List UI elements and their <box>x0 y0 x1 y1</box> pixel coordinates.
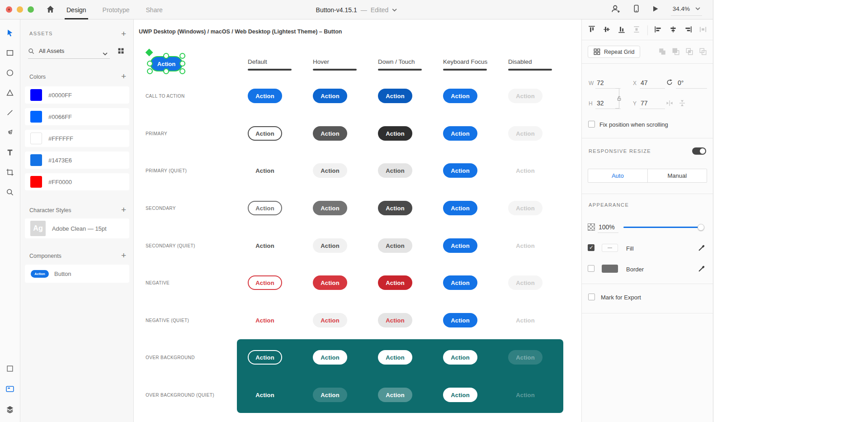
rotation-input[interactable]: 0° <box>678 79 684 86</box>
layers-icon[interactable] <box>6 406 14 415</box>
color-asset[interactable]: #FF0000 <box>25 173 129 190</box>
align-top-icon[interactable] <box>588 25 596 35</box>
grid-view-icon[interactable] <box>118 47 124 56</box>
row-label[interactable]: SECONDARY <box>146 206 176 211</box>
button-overbg-default[interactable]: Action <box>248 350 282 365</box>
ellipse-tool-icon[interactable] <box>6 69 14 79</box>
play-icon[interactable] <box>652 5 659 14</box>
preview-device-icon[interactable] <box>632 4 640 15</box>
selection-handle[interactable] <box>147 61 153 66</box>
distribute-vertical-icon[interactable] <box>632 25 641 35</box>
button-primary-default[interactable]: Action <box>248 126 282 141</box>
button-negquiet-down[interactable]: Action <box>378 313 412 327</box>
search-icon[interactable] <box>28 48 35 57</box>
line-tool-icon[interactable] <box>6 109 14 119</box>
button-secondary-hover[interactable]: Action <box>313 201 347 215</box>
eyedropper-icon[interactable] <box>698 244 706 253</box>
artboard-title[interactable]: UWP Desktop (Windows) / macOS / Web Desk… <box>139 28 342 35</box>
text-tool-icon[interactable] <box>6 149 14 158</box>
polygon-tool-icon[interactable] <box>6 89 14 99</box>
close-button[interactable] <box>6 6 12 13</box>
fill-checkbox[interactable] <box>588 244 594 251</box>
tab-design[interactable]: Design <box>66 0 86 19</box>
button-obquiet-hover[interactable]: Action <box>313 388 347 402</box>
column-header[interactable]: Disabled <box>508 57 552 71</box>
align-left-icon[interactable] <box>654 25 662 35</box>
repeat-grid-button[interactable]: Repeat Grid <box>588 46 640 58</box>
row-label[interactable]: SECONDARY (QUIET) <box>146 243 195 248</box>
button-disabled[interactable]: Action <box>508 126 542 141</box>
zoom-tool-icon[interactable] <box>6 189 14 198</box>
button-obquiet-down[interactable]: Action <box>378 388 412 402</box>
rectangle-tool-icon[interactable] <box>6 49 14 59</box>
button-overbg-disabled[interactable]: Action <box>508 350 542 365</box>
resize-manual-option[interactable]: Manual <box>648 169 707 182</box>
fill-swatch[interactable] <box>602 244 618 252</box>
asset-filter-select[interactable]: All Assets <box>39 47 64 54</box>
distribute-horizontal-icon[interactable] <box>699 25 707 35</box>
add-asset-button[interactable]: + <box>121 29 126 38</box>
width-input[interactable]: 72 <box>597 79 604 86</box>
row-label[interactable]: OVER BACKGROUND (QUIET) <box>146 393 214 398</box>
button-disabled-quiet[interactable]: Action <box>508 313 542 327</box>
button-disabled[interactable]: Action <box>508 275 542 290</box>
selection-handle[interactable] <box>163 53 169 59</box>
boolean-exclude-icon[interactable] <box>699 47 707 57</box>
select-tool-icon[interactable] <box>6 29 14 39</box>
boolean-subtract-icon[interactable] <box>672 47 680 57</box>
row-label[interactable]: NEGATIVE (QUIET) <box>146 318 189 323</box>
assets-library-icon[interactable] <box>6 385 14 395</box>
opacity-slider[interactable] <box>623 227 701 228</box>
zoom-control[interactable]: 34.4% <box>671 4 702 16</box>
boolean-add-icon[interactable] <box>658 47 666 57</box>
button-negquiet-default[interactable]: Action <box>248 313 282 327</box>
button-focus[interactable]: Action <box>443 89 477 103</box>
flip-horizontal-icon[interactable] <box>666 100 673 109</box>
resize-auto-option[interactable]: Auto <box>588 169 648 182</box>
row-label[interactable]: PRIMARY (QUIET) <box>146 168 187 173</box>
button-secondary-default[interactable]: Action <box>248 201 282 215</box>
button-disabled[interactable]: Action <box>508 89 542 103</box>
button-focus[interactable]: Action <box>443 201 477 215</box>
row-label[interactable]: PRIMARY <box>146 131 167 136</box>
button-negative-down[interactable]: Action <box>378 275 412 290</box>
row-label[interactable]: CALL TO ACTION <box>146 94 185 99</box>
button-quiet-hover[interactable]: Action <box>313 238 347 253</box>
button-focus[interactable]: Action <box>443 163 477 178</box>
color-asset[interactable]: #0000FF <box>25 86 129 104</box>
x-input[interactable]: 47 <box>641 79 648 86</box>
row-label[interactable]: NEGATIVE <box>146 280 170 285</box>
tab-prototype[interactable]: Prototype <box>103 0 130 19</box>
opacity-input[interactable]: 100% <box>599 223 615 231</box>
button-obquiet-default[interactable]: Action <box>248 388 282 402</box>
button-focus[interactable]: Action <box>443 238 477 253</box>
responsive-resize-toggle[interactable] <box>692 147 706 155</box>
button-focus[interactable]: Action <box>443 313 477 327</box>
plugins-icon[interactable] <box>6 365 14 375</box>
column-header[interactable]: Down / Touch <box>378 57 422 71</box>
border-swatch[interactable] <box>602 265 618 273</box>
column-header[interactable]: Hover <box>313 57 357 71</box>
button-quiet-default[interactable]: Action <box>248 238 282 253</box>
flip-vertical-icon[interactable] <box>679 100 686 109</box>
button-overbg-focus[interactable]: Action <box>443 350 477 365</box>
selection-handle[interactable] <box>163 68 169 74</box>
align-center-icon[interactable] <box>669 25 677 35</box>
tab-share[interactable]: Share <box>146 0 163 19</box>
align-bottom-icon[interactable] <box>618 25 626 35</box>
button-focus[interactable]: Action <box>443 126 477 141</box>
y-input[interactable]: 77 <box>641 100 648 107</box>
button-quiet-default[interactable]: Action <box>248 163 282 178</box>
document-title[interactable]: Button-v4.15.1 — Edited <box>316 0 397 19</box>
button-focus[interactable]: Action <box>443 275 477 290</box>
button-quiet-down[interactable]: Action <box>378 238 412 253</box>
component-diamond-handle[interactable] <box>146 49 153 57</box>
button-primary-hover[interactable]: Action <box>313 126 347 141</box>
mark-for-export-checkbox[interactable] <box>588 294 595 300</box>
character-style-item[interactable]: Ag Adobe Clean — 15pt <box>25 218 129 238</box>
button-overbg-hover[interactable]: Action <box>313 350 347 365</box>
column-header[interactable]: Default <box>248 57 292 71</box>
canvas[interactable]: UWP Desktop (Windows) / macOS / Web Desk… <box>134 19 581 422</box>
home-icon[interactable] <box>46 5 55 15</box>
align-middle-icon[interactable] <box>603 25 611 35</box>
